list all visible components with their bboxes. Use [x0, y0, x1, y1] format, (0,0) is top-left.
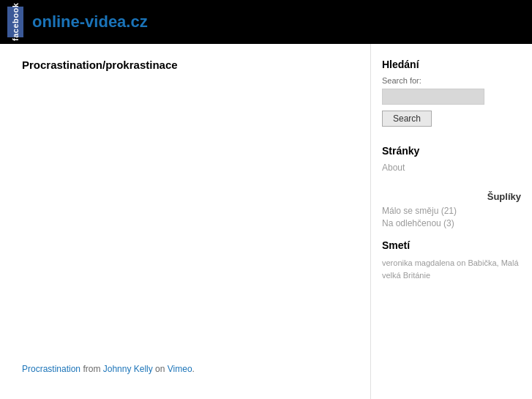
- pages-section-title: Stránky: [382, 145, 521, 157]
- malo-se-smeju-link[interactable]: Málo se směju (21): [382, 206, 521, 216]
- sidebar: Hledání Search for: Search Stránky About…: [371, 44, 532, 399]
- footer-period: .: [192, 364, 195, 374]
- header: facebook online-videa.cz: [0, 0, 532, 44]
- footer-on: on: [153, 364, 168, 374]
- footer-from: from: [80, 364, 103, 374]
- vimeo-link[interactable]: Vimeo: [168, 364, 192, 374]
- post-title: Procrastination/prokrastinace: [22, 59, 356, 71]
- smeti-section: Smetí veronika magdalena on Babička, Mal…: [382, 239, 521, 281]
- content-area: Procrastination/prokrastinace Procrastin…: [0, 44, 371, 399]
- suplik-section: Šuplíky Málo se směju (21) Na odlehčenou…: [382, 191, 521, 228]
- search-input[interactable]: [382, 89, 484, 105]
- facebook-badge: facebook: [7, 7, 23, 37]
- search-section: Hledání Search for: Search: [382, 59, 521, 127]
- main-wrapper: Procrastination/prokrastinace Procrastin…: [0, 44, 532, 399]
- smeti-text: veronika magdalena on Babička, Malá velk…: [382, 257, 521, 281]
- smeti-section-title: Smetí: [382, 239, 521, 251]
- na-odlehcenou-link[interactable]: Na odlehčenou (3): [382, 218, 521, 228]
- pages-section: Stránky About: [382, 145, 521, 173]
- about-link[interactable]: About: [382, 163, 521, 173]
- search-button[interactable]: Search: [382, 111, 432, 127]
- post-footer: Procrastination from Johnny Kelly on Vim…: [22, 86, 356, 374]
- search-section-title: Hledání: [382, 59, 521, 70]
- suplik-section-title: Šuplíky: [382, 191, 521, 202]
- johnny-kelly-link[interactable]: Johnny Kelly: [103, 364, 153, 374]
- procrastination-link[interactable]: Procrastination: [22, 364, 80, 374]
- search-label: Search for:: [382, 76, 521, 85]
- site-title[interactable]: online-videa.cz: [32, 12, 148, 31]
